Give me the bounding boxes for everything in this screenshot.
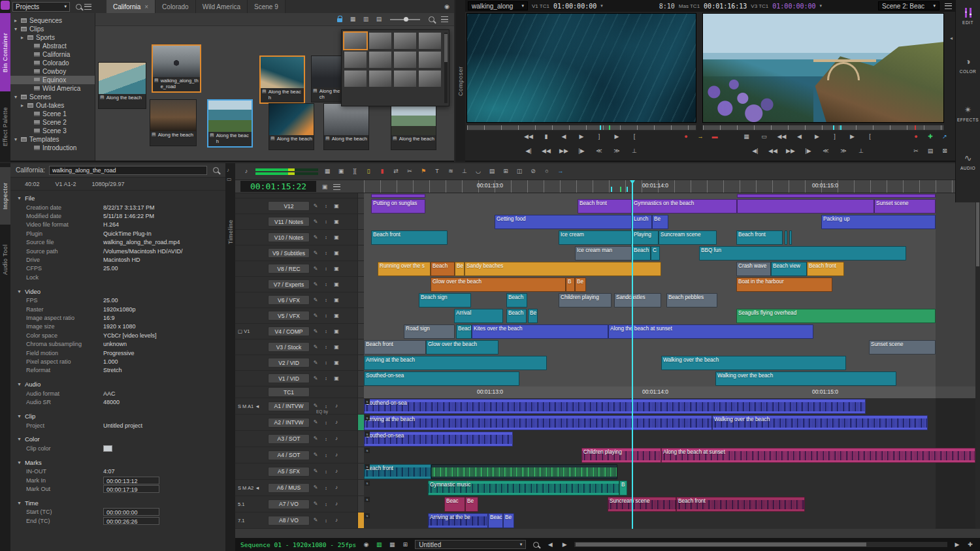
smooth[interactable]: ◡ <box>474 167 483 176</box>
timeline-clip[interactable]: B <box>566 277 575 292</box>
clip-thumbnail[interactable]: ▤walking_along_the_road <box>152 44 201 93</box>
track-lane-v8[interactable]: Running over the sBeachBeSandy beachesCr… <box>364 261 975 277</box>
solo-mute-icon[interactable]: ↕ <box>321 516 331 525</box>
monitor-icon[interactable]: ▣ <box>332 311 341 321</box>
add[interactable]: ✚ <box>966 540 975 549</box>
track-lane-v4[interactable]: Road signBeachKites over the beachAlong … <box>364 324 975 339</box>
timeline-clip[interactable]: Be <box>528 309 538 323</box>
mini-thumbnail[interactable] <box>419 52 441 68</box>
transport-button-1[interactable]: ✚ <box>926 132 935 141</box>
projects-dropdown[interactable]: Projects ▾ <box>12 2 70 12</box>
search-icon[interactable] <box>74 2 83 11</box>
sequence-dropdown[interactable]: Scene 2: Beac ▾ <box>878 1 939 10</box>
transport-button-0[interactable]: ◀◀ <box>524 132 533 141</box>
timeline-clip[interactable]: C <box>651 246 660 260</box>
timeline-clip[interactable]: Beach pebbles <box>666 293 717 307</box>
clip-thumbnail[interactable]: ▤Along the beach <box>259 55 305 104</box>
frame-view-icon[interactable]: ▦ <box>348 15 357 24</box>
search-icon[interactable] <box>531 540 540 549</box>
clip-thumbnail[interactable]: ▤Along the beach <box>98 62 146 109</box>
speaker-icon[interactable]: ♪ <box>332 418 341 427</box>
lock-slot[interactable] <box>342 483 351 492</box>
timeline-clip[interactable]: Putting on sunglas <box>371 199 425 213</box>
timeline-clip[interactable]: Beach front <box>371 230 448 245</box>
track-patch[interactable]: S M A1 ◄ <box>238 403 267 409</box>
track-button-v2[interactable]: V2 / VID <box>268 358 310 368</box>
timeline-clip[interactable]: Beach front <box>807 262 844 276</box>
track-button-v3[interactable]: V3 / Stock <box>268 342 310 352</box>
collapse-arrow-icon[interactable]: ◂ <box>950 35 953 41</box>
source-clip-dropdown[interactable]: walking_along ▾ <box>468 1 528 10</box>
transport-button-3[interactable]: |▶ <box>804 146 813 155</box>
transport-button-5[interactable]: ] <box>830 132 840 141</box>
lock-slot[interactable] <box>342 296 351 305</box>
lock-slot[interactable] <box>342 434 351 443</box>
lock-slot[interactable] <box>342 327 351 336</box>
tree-item-abstract[interactable]: Abstract <box>10 42 95 50</box>
chevron-down-icon[interactable]: ▾ <box>600 3 603 8</box>
tree-item-sports[interactable]: ▸Sports <box>10 33 95 42</box>
field-value[interactable]: 00:00:13:12 <box>103 477 159 484</box>
pencil-icon[interactable]: ✎ <box>311 296 320 305</box>
timeline-clip[interactable]: Packing up <box>821 215 936 229</box>
audio-wave[interactable]: ≋ <box>446 167 455 176</box>
mini-thumbnail[interactable] <box>369 71 391 87</box>
track-lane-v6[interactable]: Beach signBeachChildren playingSandcastl… <box>364 292 975 308</box>
lock-slot[interactable] <box>342 401 351 411</box>
tree-arrow-icon[interactable]: ▾ <box>13 26 18 32</box>
tree-item-california[interactable]: California <box>10 50 95 59</box>
lock-slot[interactable] <box>342 264 351 274</box>
transport-button-3[interactable]: ◀ <box>795 132 804 141</box>
transport-button-0[interactable]: ● <box>681 132 691 141</box>
field-value[interactable]: 00:00:17:19 <box>103 485 159 493</box>
timeline-clip[interactable]: Beach <box>456 324 472 339</box>
transport-button-2[interactable]: ▶▶ <box>786 146 795 155</box>
track-button-tc1[interactable]: TC1 <box>268 387 310 397</box>
tree-item-cowboy[interactable]: Cowboy <box>10 67 95 76</box>
record-monitor[interactable] <box>702 13 944 123</box>
timeline-clip[interactable]: Arriving at the beach <box>364 415 712 430</box>
speaker-icon[interactable]: ♪ <box>332 516 341 525</box>
horizontal-scrollbar[interactable] <box>574 542 947 547</box>
pencil-icon[interactable]: ✎ <box>311 483 320 492</box>
link-selection[interactable]: ⇄ <box>391 167 400 176</box>
timeline-clip[interactable]: Beach <box>431 262 455 276</box>
lock-slot[interactable] <box>342 358 351 368</box>
tab-inspector[interactable]: Inspector <box>0 167 10 225</box>
track-lane-tc1[interactable]: 00:01:13:000:01:14:000:01:15:0 <box>364 386 975 398</box>
tab-bin-container[interactable]: Bin Container <box>0 13 10 91</box>
timeline-clip[interactable]: Be <box>652 215 668 229</box>
workspace-audio[interactable]: ∿AUDIO <box>956 145 980 193</box>
timeline-clip[interactable] <box>789 230 792 245</box>
transport-button-4[interactable]: ▶ <box>813 132 822 141</box>
track-button-a2[interactable]: A2 / INTVW <box>268 418 310 428</box>
tab-effect-palette[interactable]: Effect Palette <box>0 94 10 159</box>
track-button-a3[interactable]: A3 / SOT <box>268 434 310 444</box>
transport-button-4[interactable]: ] <box>595 132 604 141</box>
tree-item-colorado[interactable]: Colorado <box>10 59 95 67</box>
lock-slot[interactable] <box>342 280 351 289</box>
timeline-clip[interactable]: Beach <box>506 293 527 307</box>
timeline-clip[interactable]: Walking over the beach <box>712 415 928 430</box>
source-monitor[interactable] <box>466 13 696 123</box>
pencil-icon[interactable]: ✎ <box>311 202 320 211</box>
track-lane-v2[interactable]: Arriving at the beachWalking over the be… <box>364 355 975 371</box>
mini-thumbnail[interactable] <box>394 71 416 87</box>
track-button-v9[interactable]: V9 / Subtitles <box>268 248 310 258</box>
clip-name-input[interactable] <box>49 166 207 175</box>
monitor-icon[interactable]: ▣ <box>332 202 341 211</box>
fast-menu[interactable]: → <box>556 167 565 176</box>
track-patch[interactable]: S M A2 ◄ <box>238 485 267 491</box>
track-lane-a2[interactable]: sArriving at the beachWalking over the b… <box>364 415 975 431</box>
timeline-clip[interactable]: Arrival <box>454 309 503 323</box>
clip-thumbnail[interactable]: ▤Along the beach <box>150 99 197 146</box>
tree-item-scene-1[interactable]: Scene 1 <box>10 110 95 118</box>
track-button-a5[interactable]: A5 / SFX <box>268 467 310 477</box>
timeline-clip[interactable] <box>737 194 936 198</box>
timeline-clip[interactable]: Be <box>503 513 514 528</box>
pencil-icon[interactable]: ✎ <box>311 217 320 227</box>
transport-button-0[interactable]: ◀| <box>524 146 533 155</box>
timeline-clip[interactable]: Sandcastles <box>614 293 661 307</box>
monitor-icon[interactable]: ▣ <box>332 358 341 368</box>
solo-mute-icon[interactable]: ↕ <box>321 467 331 476</box>
